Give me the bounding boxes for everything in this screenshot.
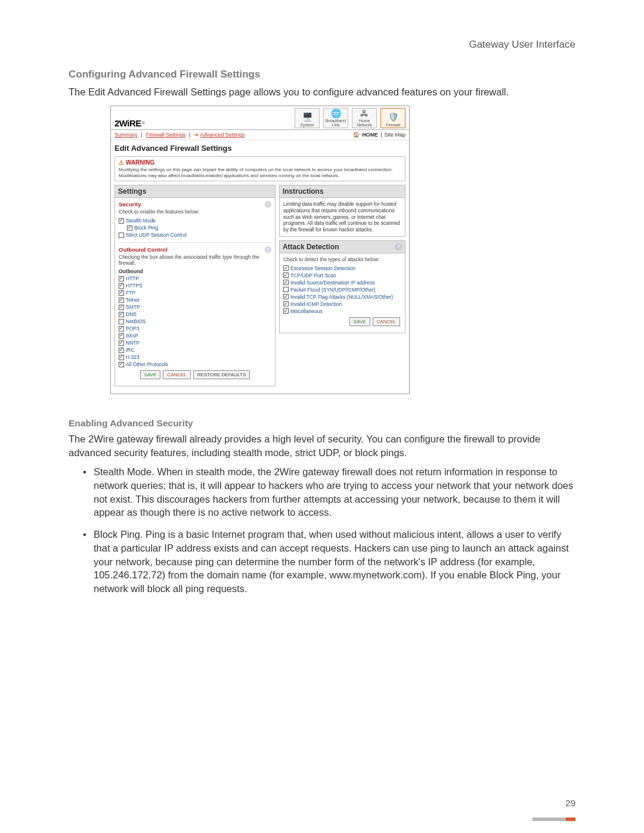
cancel-button[interactable]: CANCEL: [163, 370, 190, 379]
attack-panel: Attack Detection ? Check to detect the t…: [279, 240, 405, 333]
checkbox-row[interactable]: HTTP: [119, 275, 271, 282]
checkbox-icon[interactable]: [119, 326, 124, 332]
attack-cancel-button[interactable]: CANCEL: [373, 317, 400, 326]
checkbox-icon[interactable]: [283, 265, 289, 271]
outbound-desc: Checking the box allows the associated t…: [119, 254, 271, 266]
checkbox-label: NNTP: [126, 340, 140, 346]
checkbox-label: HTTPS: [126, 283, 143, 289]
checkbox-icon[interactable]: [119, 233, 124, 238]
checkbox-icon[interactable]: [119, 305, 124, 310]
checkbox-row[interactable]: IRC: [119, 346, 271, 354]
checkbox-label: Strict UDP Session Control: [126, 232, 187, 238]
checkbox-label: SMTP: [126, 304, 140, 310]
help-icon[interactable]: ?: [265, 201, 271, 208]
checkbox-icon[interactable]: [119, 283, 124, 289]
instructions-body: Limiting data traffic may disable suppor…: [280, 198, 405, 236]
nav-broadband[interactable]: 🌐 Broadband Link: [323, 108, 348, 128]
attack-save-button[interactable]: SAVE: [349, 317, 370, 326]
bullet-block-ping: Block Ping. Ping is a basic Internet pro…: [83, 528, 575, 596]
home-link[interactable]: HOME: [362, 132, 378, 138]
checkbox-icon[interactable]: [119, 290, 124, 296]
checkbox-row[interactable]: Miscellaneous: [283, 308, 401, 315]
checkbox-icon[interactable]: [119, 348, 124, 353]
checkbox-row[interactable]: IMAP: [119, 332, 271, 339]
checkbox-icon[interactable]: [119, 340, 124, 346]
subsection-intro-enabling: The 2Wire gateway firewall already provi…: [69, 432, 575, 459]
checkbox-icon[interactable]: [283, 294, 289, 299]
checkbox-icon[interactable]: [119, 276, 124, 281]
nav-home-network[interactable]: 🖧 Home Network: [352, 108, 377, 128]
checkbox-label: POP3: [126, 326, 140, 332]
checkbox-icon[interactable]: [119, 333, 124, 339]
tab-summary[interactable]: Summary: [114, 132, 138, 138]
checkbox-row[interactable]: FTP: [119, 289, 271, 296]
checkbox-row[interactable]: Strict UDP Session Control: [119, 231, 271, 239]
restore-defaults-button[interactable]: RESTORE DEFAULTS: [193, 370, 250, 379]
checkbox-icon[interactable]: [127, 225, 132, 231]
checkbox-icon[interactable]: [119, 218, 124, 224]
checkbox-row[interactable]: Invalid ICMP Detection: [283, 301, 401, 308]
footer-accent-bar: [532, 817, 575, 821]
section-intro-configuring: The Edit Advanced Firewall Settings page…: [69, 85, 575, 98]
sitemap-link[interactable]: Site Map: [384, 132, 405, 138]
checkbox-icon[interactable]: [119, 319, 124, 324]
warning-icon: ⚠: [119, 159, 124, 166]
help-icon[interactable]: ?: [395, 243, 402, 250]
checkbox-icon[interactable]: [119, 298, 124, 303]
outbound-group-label: Outbound: [119, 268, 271, 274]
network-icon: 🖧: [358, 109, 371, 118]
home-icon: 🏠: [353, 132, 360, 138]
checkbox-row[interactable]: Block Ping: [127, 224, 271, 231]
save-button[interactable]: SAVE: [140, 370, 161, 379]
checkbox-icon[interactable]: [283, 272, 289, 278]
screenshot-page-title: Edit Advanced Firewall Settings: [111, 140, 409, 155]
checkbox-row[interactable]: POP3: [119, 325, 271, 332]
help-icon[interactable]: ?: [265, 246, 271, 253]
checkbox-icon[interactable]: [119, 312, 124, 317]
nav-system[interactable]: 🖥️ System: [295, 108, 320, 128]
checkbox-row[interactable]: H.323: [119, 354, 271, 361]
checkbox-icon[interactable]: [119, 355, 124, 360]
checkbox-row[interactable]: All Other Protocols: [119, 361, 271, 368]
settings-panel: Settings Security ? Check to enable the …: [114, 185, 275, 386]
tab-advanced-settings[interactable]: Advanced Settings: [200, 132, 244, 138]
tab-firewall-settings[interactable]: Firewall Settings: [146, 132, 185, 138]
checkbox-row[interactable]: NNTP: [119, 339, 271, 346]
checkbox-label: IMAP: [126, 333, 138, 339]
section-title-configuring: Configuring Advanced Firewall Settings: [69, 69, 575, 80]
checkbox-label: Telnet: [126, 297, 140, 303]
security-heading: Security: [119, 201, 141, 208]
checkbox-label: All Other Protocols: [126, 361, 168, 367]
checkbox-icon[interactable]: [119, 362, 124, 367]
checkbox-row[interactable]: Stealth Mode: [119, 217, 271, 224]
checkbox-label: Invalid Source/Destination IP address: [290, 280, 375, 286]
checkbox-row[interactable]: Telnet: [119, 296, 271, 304]
checkbox-row[interactable]: Excessive Session Detection: [283, 265, 401, 272]
checkbox-row[interactable]: Invalid Source/Destination IP address: [283, 279, 401, 286]
checkbox-icon[interactable]: [283, 287, 289, 292]
checkbox-icon[interactable]: [283, 301, 289, 306]
checkbox-row[interactable]: NetBIOS: [119, 318, 271, 325]
instructions-panel: Instructions Limiting data traffic may d…: [279, 185, 405, 236]
checkbox-label: HTTP: [126, 275, 139, 281]
checkbox-row[interactable]: SMTP: [119, 304, 271, 311]
checkbox-row[interactable]: TCP/UDP Port Scan: [283, 272, 401, 279]
checkbox-label: H.323: [126, 354, 140, 360]
checkbox-row[interactable]: Packet Flood (SYN/UDP/ICMP/Other): [283, 286, 401, 293]
nav-firewall[interactable]: 🛡️ Firewall: [380, 108, 405, 128]
outbound-heading: Outbound Control: [119, 246, 168, 253]
checkbox-row[interactable]: Invalid TCP Flag Attacks (NULL/XMAS/Othe…: [283, 293, 401, 301]
bullet-stealth-mode: Stealth Mode. When in stealth mode, the …: [83, 465, 575, 519]
arrow-icon: ➔: [194, 132, 199, 138]
checkbox-icon[interactable]: [283, 308, 289, 314]
checkbox-icon[interactable]: [283, 280, 289, 285]
checkbox-label: Invalid TCP Flag Attacks (NULL/XMAS/Othe…: [290, 294, 393, 300]
running-title: Gateway User Interface: [469, 39, 575, 51]
checkbox-label: Invalid ICMP Detection: [290, 301, 342, 307]
attack-desc: Check to detect the types of attacks bel…: [283, 256, 401, 262]
logo: 2WiRE®: [114, 118, 145, 128]
checkbox-row[interactable]: DNS: [119, 311, 271, 318]
checkbox-label: Stealth Mode: [126, 218, 156, 224]
checkbox-row[interactable]: HTTPS: [119, 282, 271, 289]
screenshot-topbar: 2WiRE® 🖥️ System 🌐 Broadband Link 🖧 Home…: [111, 106, 409, 130]
